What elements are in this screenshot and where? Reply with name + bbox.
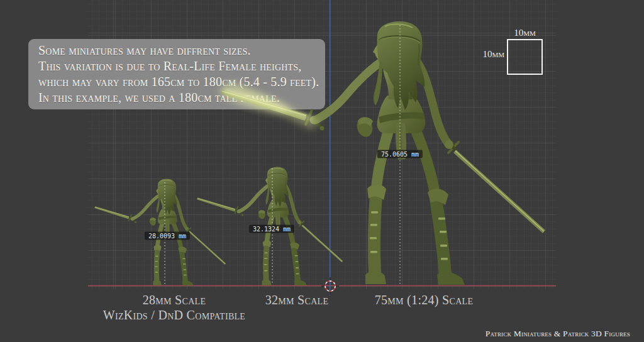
scale-label-28mm: 28mm Scale xyxy=(143,293,206,307)
scale-label-32mm: 32mm Scale xyxy=(265,293,329,307)
measurement-label-75mm: 75.0605 mm xyxy=(377,150,423,158)
sword-glow-effect xyxy=(217,82,321,129)
scale-label-28mm-subtitle: WizKids / DnD Compatible xyxy=(103,308,245,323)
reference-square-width-label: 10mm xyxy=(507,28,543,38)
measurement-label-32mm: 32.1324 mm xyxy=(249,225,294,233)
measurement-label-28mm: 28.0093 mm xyxy=(145,232,190,240)
blender-viewport: { "info_box": { "line1": "Some miniature… xyxy=(0,0,644,342)
footer-credit: Patrick Miniatures & Patrick 3D Figures xyxy=(486,329,630,339)
scale-label-75mm: 75mm (1:24) Scale xyxy=(375,293,474,307)
reference-square-10mm xyxy=(507,39,543,75)
reference-square-height-label: 10mm xyxy=(465,49,504,60)
viewport-scene xyxy=(0,0,644,342)
measurement-dotted-lines xyxy=(165,25,400,285)
